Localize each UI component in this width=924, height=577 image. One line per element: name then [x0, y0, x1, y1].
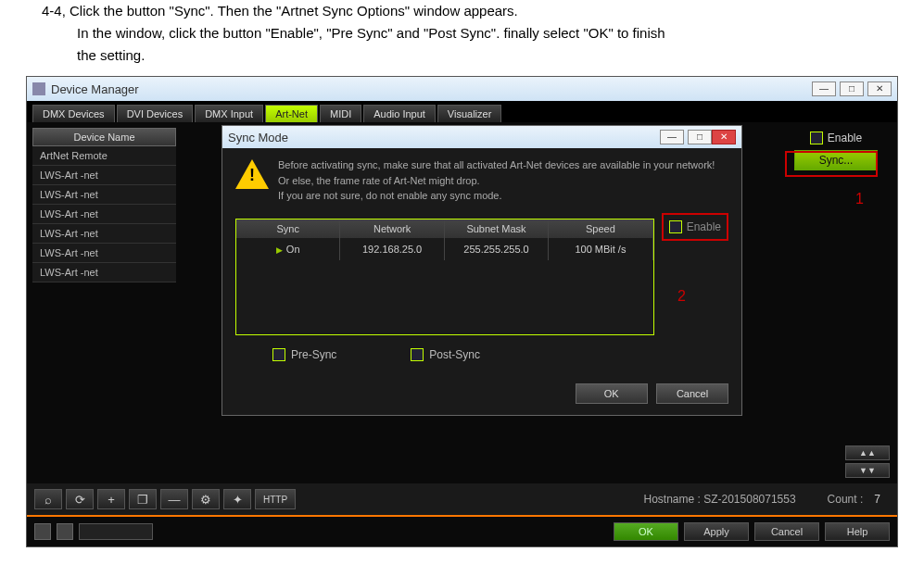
annotation-number: 1: [855, 191, 864, 207]
warn-line: If you are not sure, do not enable any s…: [278, 188, 715, 204]
cancel-button[interactable]: Cancel: [656, 383, 728, 404]
sync-mode-dialog: Sync Mode — □ ✕ ! Before activating sync…: [222, 125, 742, 416]
window-title: Device Manager: [51, 82, 139, 96]
maximize-button[interactable]: □: [840, 82, 864, 96]
tab-audio-input[interactable]: Audio Input: [363, 105, 436, 122]
tab-art-net[interactable]: Art-Net: [265, 105, 318, 122]
cell-speed: 100 MBit /s: [549, 238, 652, 260]
col-mask: Subnet Mask: [445, 220, 549, 238]
list-item[interactable]: LWS-Art -net: [32, 224, 176, 244]
col-network: Network: [340, 220, 444, 238]
hostname-label: Hostname :: [643, 493, 700, 506]
sync-options-row: Pre-Sync Post-Sync: [272, 348, 691, 361]
checkbox-icon: [411, 348, 424, 361]
footer-icon[interactable]: [34, 523, 51, 540]
app-icon: [32, 82, 45, 95]
refresh-icon[interactable]: ⟳: [66, 489, 94, 509]
copy-icon[interactable]: ❐: [129, 489, 157, 509]
table-header: Sync Network Subnet Mask Speed: [236, 220, 653, 238]
warn-line: Or else, the frame rate of Art-Net might…: [278, 173, 715, 189]
instruction-line: the setting.: [77, 44, 915, 67]
close-button[interactable]: ✕: [867, 82, 892, 96]
hostname-value: SZ-201508071553: [703, 493, 795, 506]
enable-checkbox-top[interactable]: Enable: [810, 132, 862, 144]
list-item[interactable]: LWS-Art -net: [32, 166, 176, 185]
enable-label: Enable: [828, 132, 862, 144]
device-manager-window: Device Manager — □ ✕ DMX Devices DVI Dev…: [26, 76, 898, 547]
tab-visualizer[interactable]: Visualizer: [437, 105, 502, 122]
footer-ok-button[interactable]: OK: [614, 522, 678, 541]
checkbox-icon: [810, 132, 823, 144]
cell-network: 192.168.25.0: [340, 238, 444, 260]
list-item[interactable]: LWS-Art -net: [32, 244, 176, 263]
hostname-display: Hostname : SZ-201508071553: [643, 493, 795, 506]
cell-sync: ▶On: [236, 238, 340, 260]
warning-text: Before activating sync, make sure that a…: [278, 157, 715, 204]
footer-icon[interactable]: [57, 523, 73, 540]
http-button[interactable]: HTTP: [255, 489, 296, 509]
move-down-button[interactable]: ▼▼: [845, 463, 890, 478]
list-item[interactable]: LWS-Art -net: [32, 263, 176, 282]
count-label: Count :: [828, 493, 864, 506]
col-sync: Sync: [236, 220, 340, 238]
list-item[interactable]: ArtNet Remote: [32, 146, 176, 166]
right-panel: Enable Sync... 1: [780, 128, 892, 478]
minimize-button[interactable]: —: [812, 82, 836, 96]
cell-mask: 255.255.255.0: [445, 238, 549, 260]
postsync-label: Post-Sync: [429, 348, 480, 361]
titlebar[interactable]: Device Manager — □ ✕: [27, 77, 897, 101]
dialog-title: Sync Mode: [228, 131, 288, 144]
instruction-text: 4-4, Click the button "Sync". Then the "…: [0, 0, 924, 76]
dialog-buttons: OK Cancel: [222, 378, 741, 415]
presync-label: Pre-Sync: [291, 348, 336, 361]
footer-help-button[interactable]: Help: [825, 522, 890, 541]
post-sync-checkbox[interactable]: Post-Sync: [411, 348, 480, 361]
pre-sync-checkbox[interactable]: Pre-Sync: [272, 348, 336, 361]
device-list-header: Device Name: [32, 128, 176, 146]
dialog-minimize-button[interactable]: —: [660, 130, 684, 144]
tab-dmx-devices[interactable]: DMX Devices: [32, 105, 115, 122]
warning-icon: !: [235, 157, 269, 191]
advanced-icon[interactable]: ✦: [223, 489, 251, 509]
list-item[interactable]: LWS-Art -net: [32, 185, 176, 205]
row-arrow-icon: ▶: [276, 245, 283, 255]
enable-label: Enable: [687, 220, 721, 233]
device-list: Device Name ArtNet Remote LWS-Art -net L…: [32, 128, 176, 478]
footer-display: [79, 523, 153, 540]
dialog-maximize-button[interactable]: □: [688, 130, 712, 144]
count-value: 7: [874, 493, 880, 506]
instruction-line: 4-4, Click the button "Sync". Then the "…: [42, 0, 915, 22]
checkbox-icon: [272, 348, 285, 361]
ok-button[interactable]: OK: [576, 383, 648, 404]
annotation-number: 2: [677, 288, 686, 305]
dialog-body: ! Before activating sync, make sure that…: [222, 148, 741, 378]
bottom-toolbar: ⌕ ⟳ + ❐ — ⚙ ✦ HTTP Hostname : SZ-2015080…: [27, 483, 897, 515]
table-row[interactable]: ▶On 192.168.25.0 255.255.255.0 100 MBit …: [236, 238, 653, 260]
tab-bar: DMX Devices DVI Devices DMX Input Art-Ne…: [27, 101, 897, 122]
sync-button[interactable]: Sync...: [794, 150, 878, 170]
dialog-titlebar[interactable]: Sync Mode — □ ✕: [222, 126, 741, 148]
warn-line: Before activating sync, make sure that a…: [278, 157, 715, 173]
search-icon[interactable]: ⌕: [34, 489, 62, 509]
footer-cancel-button[interactable]: Cancel: [754, 522, 819, 541]
list-item[interactable]: LWS-Art -net: [32, 205, 176, 224]
move-up-button[interactable]: ▲▲: [845, 445, 890, 460]
instruction-line: In the window, click the button "Enable"…: [77, 22, 915, 44]
add-icon[interactable]: +: [97, 489, 125, 509]
tab-midi[interactable]: MIDI: [320, 105, 361, 122]
tab-dmx-input[interactable]: DMX Input: [195, 105, 263, 122]
settings-icon[interactable]: ⚙: [192, 489, 220, 509]
content-area: Device Name ArtNet Remote LWS-Art -net L…: [27, 122, 897, 483]
remove-icon[interactable]: —: [160, 489, 188, 509]
enable-checkbox-dialog[interactable]: Enable: [662, 213, 728, 241]
dialog-close-button[interactable]: ✕: [712, 130, 736, 144]
footer-bar: OK Apply Cancel Help: [27, 515, 897, 546]
sync-table: Sync Network Subnet Mask Speed ▶On 192.1…: [235, 219, 654, 335]
checkbox-icon: [669, 220, 682, 233]
warning-row: ! Before activating sync, make sure that…: [235, 157, 728, 204]
footer-apply-button[interactable]: Apply: [684, 522, 749, 541]
col-speed: Speed: [549, 220, 652, 238]
nudge-buttons: ▲▲ ▼▼: [845, 445, 890, 478]
tab-dvi-devices[interactable]: DVI Devices: [117, 105, 194, 122]
